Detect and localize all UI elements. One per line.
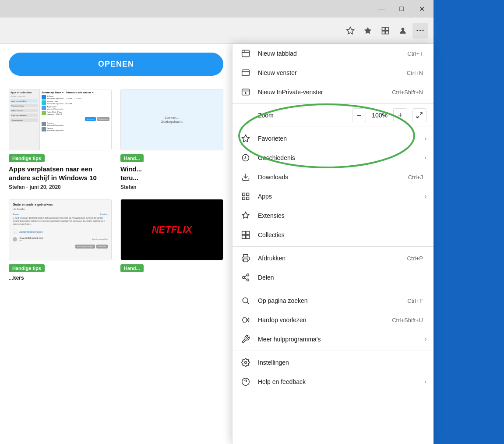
article-title-1: Apps verplaatsen naar een andere schijf … [9,165,112,182]
bookmark-icon-btn[interactable] [342,23,358,39]
svg-rect-10 [242,70,250,75]
menu-item-collections[interactable]: Collecties [233,225,434,245]
svg-line-16 [420,113,422,115]
apps-icon [240,190,252,202]
profile-icon-btn[interactable] [395,23,411,39]
maximize-button[interactable]: □ [391,2,412,16]
svg-point-14 [245,92,246,94]
close-button[interactable]: ✕ [412,2,432,16]
window-icon [240,67,252,79]
history-label: Geschiedenis [258,154,425,161]
minimize-button[interactable]: — [371,2,391,16]
print-icon [240,252,252,264]
menu-item-new-window[interactable]: Nieuw venster Ctrl+N [233,63,434,82]
article-card-1: Apps en onderdelen Zoeken in apps lijst … [9,89,112,190]
menu-item-print[interactable]: Afdrukken Ctrl+P [233,249,434,268]
new-window-shortcut: Ctrl+N [407,70,423,76]
help-arrow: › [425,379,426,385]
page-content: OPENEN Apps en onderdelen Zoeken in apps… [0,44,232,444]
menu-item-settings[interactable]: Instellingen [233,353,434,372]
menu-item-downloads[interactable]: Downloads Ctrl+J [233,167,434,187]
menu-divider-1 [233,103,434,104]
zoom-value: 100% [370,112,390,119]
apps-label: Apps [258,193,425,200]
article-tag-2: Hand... [120,154,144,162]
article-card-3: Gezin en andere gebruikers Uw familie As… [9,199,112,284]
svg-rect-3 [386,27,389,30]
svg-rect-24 [247,197,249,200]
article-title-2: Wind...teru... [120,165,223,182]
menu-item-find[interactable]: Op pagina zoeken Ctrl+F [233,291,434,310]
article-tag-3: Handige tips [9,264,45,272]
zoom-label: Zoom [258,112,352,119]
menu-item-share[interactable]: Delen [233,268,434,287]
favorites-icon-btn[interactable] [360,23,376,39]
zoom-plus-button[interactable]: + [393,108,407,122]
history-icon [240,152,252,164]
more-tools-icon [240,333,252,345]
menu-item-history[interactable]: Geschiedenis › [233,148,434,167]
zoom-controls: − 100% + [352,108,426,122]
netflix-logo: NETFLIX [152,224,192,235]
extensions-icon [240,210,252,222]
article-tag-4: Hand... [120,264,144,272]
print-label: Afdrukken [258,255,407,262]
menu-divider-3 [233,246,434,247]
open-button[interactable]: OPENEN [9,53,223,76]
articles-grid: Apps en onderdelen Zoeken in apps lijst … [0,80,232,199]
menu-item-extensions[interactable]: Extensies [233,206,434,225]
menu-item-new-tab[interactable]: Nieuw tabblad Ctrl+T [233,44,434,63]
svg-rect-27 [242,235,246,239]
find-icon [240,295,252,307]
menu-item-read-aloud[interactable]: Hardop voorlezen Ctrl+Shift+U [233,310,434,330]
menu-icon-btn[interactable]: ··· [412,23,428,39]
context-menu: Nieuw tabblad Ctrl+T Nieuw venster Ctrl+… [232,44,434,444]
menu-item-apps[interactable]: Apps › [233,187,434,206]
favorites-arrow: › [425,135,426,142]
menu-item-more-tools[interactable]: Meer hulpprogramma's › [233,330,434,349]
menu-item-inprivate[interactable]: Nieuw InPrivate-venster Ctrl+Shift+N [233,82,434,102]
menu-item-help[interactable]: Help en feedback › [233,372,434,391]
svg-point-31 [243,277,245,279]
svg-line-17 [417,116,419,118]
favorites-icon [240,132,252,145]
new-tab-label: Nieuw tabblad [258,50,407,57]
article-author-1: Stefan - juni 20, 2020 [9,184,112,190]
collections-icon-btn[interactable] [377,23,393,39]
zoom-expand-button[interactable] [412,108,426,122]
svg-rect-26 [246,231,250,235]
toolbar-icons: ··· [342,23,428,39]
menu-item-favorites[interactable]: Favorieten › [233,129,434,148]
svg-marker-0 [347,27,354,34]
title-bar-controls: — □ ✕ [371,2,432,16]
help-icon [240,376,252,388]
zoom-minus-button[interactable]: − [352,108,366,122]
svg-line-33 [244,278,247,279]
svg-rect-5 [386,31,389,34]
history-arrow: › [425,155,426,161]
settings-icon [240,356,252,369]
settings-label: Instellingen [258,359,426,366]
more-tools-arrow: › [425,336,426,342]
new-tab-shortcut: Ctrl+T [407,50,423,57]
svg-rect-23 [243,197,245,200]
svg-rect-28 [246,235,250,239]
inprivate-icon [240,86,252,98]
article-card-2: Zoeken...Zoekopdracht Hand... Wind...ter… [120,89,223,190]
print-shortcut: Ctrl+P [407,255,423,262]
svg-point-37 [245,362,247,364]
favorites-label: Favorieten [258,135,425,142]
menu-divider-2 [233,127,434,127]
svg-rect-21 [243,193,245,196]
svg-rect-2 [382,27,385,30]
article-author-2: Stefan [120,184,223,190]
inprivate-label: Nieuw InPrivate-venster [258,89,392,96]
article-thumb-3: Gezin en andere gebruikers Uw familie As… [9,199,112,260]
svg-marker-1 [364,27,372,34]
inprivate-shortcut: Ctrl+Shift+N [392,89,423,96]
help-label: Help en feedback [258,378,425,385]
downloads-icon [240,171,252,183]
article-thumb-4: NETFLIX [120,199,223,260]
svg-point-6 [402,28,405,31]
svg-point-35 [243,298,248,303]
